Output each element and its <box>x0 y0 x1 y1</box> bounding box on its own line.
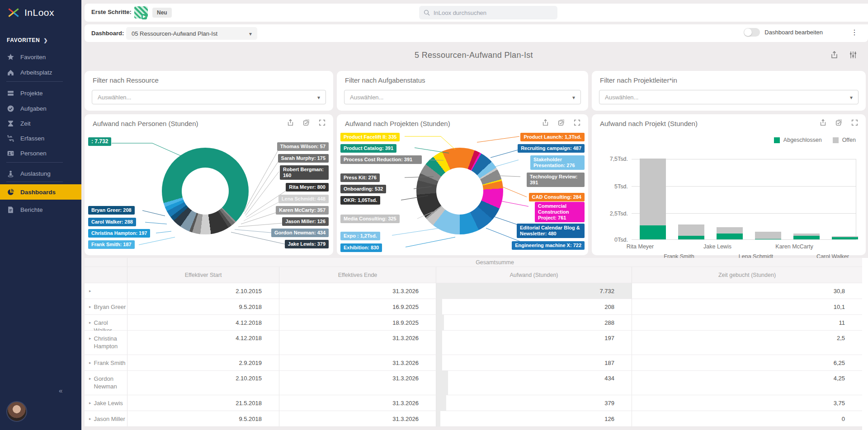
export-icon[interactable] <box>542 119 549 126</box>
filter-aufgabenstatus-select[interactable]: Auswählen... <box>344 90 581 104</box>
table-row[interactable]: Bryan Greer 9.5.2018 16.9.2025 208 10,1 <box>85 299 862 315</box>
bar-lena-schmidt[interactable] <box>755 232 781 239</box>
column-header[interactable] <box>85 267 127 283</box>
legend-item-abgeschlossen[interactable]: Abgeschlossen <box>774 137 822 143</box>
multiselect-icon[interactable] <box>302 119 310 126</box>
sidebar-item-auslastung[interactable]: Auslastung <box>0 166 81 181</box>
dashboard-select[interactable]: 05 Ressourcen-Aufwand Plan-Ist <box>126 27 257 40</box>
resource-summary-table: Gesamtsumme Effektiver Start Effektives … <box>85 258 862 427</box>
donut-chart-projekten[interactable] <box>416 148 503 234</box>
sidebar-item-label: Zeit <box>20 120 31 127</box>
sidebar-item-aufgaben[interactable]: Aufgaben <box>0 101 81 116</box>
fullscreen-icon[interactable] <box>851 119 859 126</box>
expand-icon[interactable] <box>89 401 91 405</box>
row-name: Frank Smith <box>94 359 126 367</box>
user-avatar[interactable] <box>6 401 27 422</box>
erste-schritte-label: Erste Schritte: <box>91 9 132 15</box>
multiselect-icon[interactable] <box>557 119 565 126</box>
table-row[interactable]: Carol Walker 4.12.2018 18.9.2025 288 11 <box>85 315 862 331</box>
expand-icon[interactable] <box>89 304 91 309</box>
cell-aufwand: 7.732 <box>599 288 614 294</box>
global-search-input[interactable]: InLoox durchsuchen <box>419 6 557 19</box>
table-row[interactable]: Christina Hampton 4.12.2018 31.3.2026 19… <box>85 331 862 355</box>
cell-zeit: 4,25 <box>834 375 845 382</box>
table-row[interactable]: Jason Miller 9.5.2018 31.3.2026 126 0 <box>85 411 862 427</box>
chevron-right-icon: ❯ <box>43 37 48 43</box>
vertical-scrollbar[interactable] <box>862 258 868 430</box>
sidebar-collapse-button[interactable] <box>59 387 62 394</box>
donut-label: Engineering machine X: 722 <box>512 241 585 250</box>
donut-chart-personen[interactable] <box>162 148 249 234</box>
neu-badge[interactable]: Neu <box>152 8 172 18</box>
inloox-logo[interactable]: InLoox <box>6 5 54 20</box>
aufwand-data-bar <box>436 371 448 395</box>
donut-label: Gordon Newman: 434 <box>271 229 329 237</box>
expand-icon[interactable] <box>89 360 91 365</box>
getting-started-video-icon[interactable] <box>134 6 148 19</box>
bar-jake-lewis[interactable] <box>717 227 743 239</box>
donut-label: Onboarding: 532 <box>340 185 386 193</box>
cell-aufwand: 208 <box>604 304 614 310</box>
donut-label: Christina Hampton: 197 <box>88 229 150 238</box>
bar-carol-walker[interactable] <box>832 236 858 239</box>
donut-label: Karen McCarty: 357 <box>276 206 329 215</box>
aufwand-data-bar <box>436 395 446 411</box>
expand-icon[interactable] <box>89 289 91 293</box>
dashboard-edit-toggle[interactable] <box>744 28 760 37</box>
expand-icon[interactable] <box>89 320 91 325</box>
fullscreen-icon[interactable] <box>318 119 326 126</box>
multiselect-icon[interactable] <box>835 119 843 126</box>
donut-label: : 7.732 <box>88 137 111 146</box>
column-header-effektiver-start[interactable]: Effektiver Start <box>127 267 279 283</box>
column-header-aufwand[interactable]: Aufwand (Stunden) <box>436 267 632 283</box>
sidebar-item-personen[interactable]: Personen <box>0 146 81 160</box>
bar-rita-meyer[interactable] <box>640 159 666 239</box>
table-row[interactable]: Frank Smith 2.9.2019 31.3.2026 187 6,25 <box>85 355 862 371</box>
cell-zeit: 30,8 <box>834 288 845 294</box>
export-icon[interactable] <box>819 119 827 126</box>
donut-label: Jason Miller: 126 <box>282 217 329 226</box>
export-icon[interactable] <box>830 51 839 59</box>
more-options-icon[interactable] <box>851 28 858 37</box>
table-scroll-gutter <box>85 427 862 430</box>
favoriten-section-header[interactable]: FAVORITEN ❯ <box>7 37 48 43</box>
aufwand-data-bar <box>436 315 444 330</box>
sidebar-item-projekte[interactable]: Projekte <box>0 86 81 100</box>
home-icon <box>7 69 14 76</box>
dashboard-settings-icon[interactable] <box>849 51 857 59</box>
expand-icon[interactable] <box>89 336 91 341</box>
cell-aufwand: 126 <box>604 416 614 422</box>
filter-projektleiter-select[interactable]: Auswählen... <box>599 90 859 104</box>
cell-zeit: 10,1 <box>834 304 845 310</box>
table-group-header-row: Gesamtsumme <box>85 258 862 267</box>
sidebar-item-label: Erfassen <box>20 135 44 142</box>
table-header-row: Effektiver Start Effektives Ende Aufwand… <box>85 267 862 283</box>
donut-label: Product Launch: 1,3Tsd. <box>520 133 585 141</box>
filter-ressource-select[interactable]: Auswählen... <box>92 90 326 104</box>
sidebar-item-erfassen[interactable]: Erfassen <box>0 131 81 145</box>
donut-label: Process Cost Reduction: 391 <box>340 155 422 164</box>
column-header-zeit-gebucht[interactable]: Zeit gebucht (Stunden) <box>632 267 862 283</box>
fullscreen-icon[interactable] <box>573 119 581 126</box>
expand-icon[interactable] <box>89 416 91 421</box>
table-row[interactable]: Jake Lewis 21.5.2018 31.3.2026 379 3,75 <box>85 395 862 411</box>
top-bar: Erste Schritte: Neu InLoox durchsuchen <box>85 4 868 22</box>
table-row-total[interactable]: 2.10.2015 31.3.2026 7.732 30,8 <box>85 283 862 299</box>
sidebar-item-dashboards[interactable]: Dashboards <box>0 184 81 200</box>
column-header-effektives-ende[interactable]: Effektives Ende <box>279 267 436 283</box>
chevron-down-icon <box>317 94 320 101</box>
sidebar-item-zeit[interactable]: Zeit <box>0 116 81 131</box>
bar-frank-smith[interactable] <box>678 224 704 239</box>
expand-icon[interactable] <box>89 376 91 381</box>
cell-ende: 18.9.2025 <box>392 319 419 326</box>
bar-karen-mccarty[interactable] <box>793 234 820 239</box>
legend-item-offen[interactable]: Offen <box>833 137 856 143</box>
export-icon[interactable] <box>287 119 294 126</box>
sidebar-item-berichte[interactable]: Berichte <box>0 202 81 217</box>
sidebar-item-arbeitsplatz[interactable]: Arbeitsplatz <box>0 65 81 79</box>
legend-swatch-gray <box>833 137 839 143</box>
sidebar-item-favoriten[interactable]: Favoriten <box>0 50 81 64</box>
y-tick: 7,5Tsd. <box>600 156 628 162</box>
table-row[interactable]: Gordon Newman 2.10.2015 31.3.2026 434 4,… <box>85 371 862 395</box>
cell-zeit: 3,75 <box>834 400 845 407</box>
